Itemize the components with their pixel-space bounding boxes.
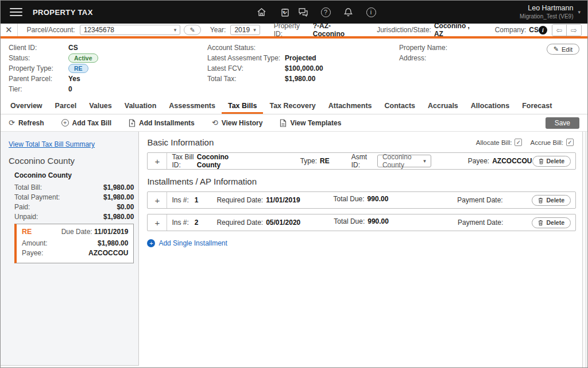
required-date-value: 05/01/2020: [266, 218, 300, 227]
save-button[interactable]: Save: [546, 117, 579, 129]
tab-allocations[interactable]: Allocations: [465, 99, 516, 114]
expand-installment-button[interactable]: +: [148, 214, 167, 231]
year-select[interactable]: 2019 ▾: [230, 25, 260, 35]
payment-date-label: Payment Date:: [458, 218, 503, 227]
ins-number-value: 2: [195, 218, 199, 227]
user-caret-icon: ▾: [578, 9, 581, 15]
company-label: Company:: [495, 26, 527, 34]
accrue-bill-checkbox[interactable]: ✓: [566, 139, 574, 146]
user-menu[interactable]: Leo Hartmann Migration_Test (VE9) ▾: [520, 4, 581, 20]
vertical-scrollbar[interactable]: [582, 132, 586, 368]
record-tabs: Overview Parcel Values Valuation Assessm…: [1, 99, 587, 114]
tax-bill-id-label: Tax Bill ID:: [172, 153, 194, 169]
property-type-badge: RE: [68, 64, 88, 73]
latest-assessment-value: Projected: [285, 54, 316, 62]
tasks-caret-icon[interactable]: ▾: [283, 9, 285, 15]
status-badge: Active: [68, 53, 98, 63]
info-filled-icon[interactable]: i: [539, 26, 547, 34]
hamburger-menu-icon[interactable]: [10, 8, 22, 16]
total-due-label: Total Due:: [334, 195, 365, 203]
allocate-bill-checkbox[interactable]: ✓: [514, 139, 522, 146]
edit-parcel-button[interactable]: ✎: [184, 25, 201, 35]
payment-date-label: Payment Date:: [457, 196, 502, 204]
tax-bills-toolbar: ⟳ Refresh + Add Tax Bill Add Installment…: [1, 114, 587, 132]
tab-tax-bills[interactable]: Tax Bills: [222, 99, 263, 114]
navigate-forward-button[interactable]: ⇨: [567, 25, 581, 36]
required-date-value: 11/01/2019: [266, 196, 300, 204]
close-icon[interactable]: ✕: [1, 24, 18, 36]
property-id-label: Property ID:: [274, 22, 310, 38]
tax-bill-id-value: Coconino County: [197, 153, 236, 169]
tier-value: 0: [68, 85, 72, 93]
refresh-icon: ⟳: [9, 118, 15, 127]
tax-bill-sidebar: View Total Tax Bill Summary Coconino Cou…: [1, 132, 139, 366]
tab-contacts[interactable]: Contacts: [378, 99, 421, 114]
app-title: PROPERTY TAX: [33, 8, 93, 17]
total-tax-value: $1,980.00: [285, 75, 315, 83]
parcel-account-select[interactable]: 12345678 ▾: [80, 25, 181, 35]
tab-assessments[interactable]: Assessments: [163, 99, 222, 114]
view-templates-button[interactable]: View Templates: [280, 119, 341, 127]
trash-icon: [539, 158, 544, 164]
client-id-label: Client ID:: [9, 44, 68, 52]
year-value: 2019: [234, 26, 250, 34]
asmt-id-label: Asmt ID:: [351, 153, 369, 169]
property-name-label: Property Name:: [399, 44, 454, 52]
add-tax-bill-button[interactable]: + Add Tax Bill: [61, 119, 111, 127]
tab-values[interactable]: Values: [83, 99, 118, 114]
info-icon[interactable]: i: [366, 7, 376, 17]
add-single-installment-link[interactable]: + Add Single Installment: [147, 239, 576, 247]
payee-value: AZCOCCOU: [492, 157, 532, 165]
allocate-bill-field: Allocate Bill: ✓: [476, 139, 523, 146]
expand-installment-button[interactable]: +: [148, 192, 167, 208]
ins-number-label: Ins #:: [172, 196, 188, 204]
messages-icon[interactable]: [297, 6, 309, 18]
tab-attachments[interactable]: Attachments: [322, 99, 378, 114]
parcel-account-value: 12345678: [84, 26, 114, 34]
delete-installment-button[interactable]: Delete: [532, 195, 571, 206]
installment-row: + Ins #: 1 Required Date: 11/01/2019 Tot…: [147, 191, 576, 209]
delete-tax-bill-button[interactable]: Delete: [532, 156, 571, 167]
required-date-label: Required Date:: [216, 196, 263, 204]
parcel-summary-section: Client ID:CS Status:Active Property Type…: [1, 39, 587, 99]
tax-bill-row: + Tax Bill ID: Coconino County Type: RE …: [147, 152, 576, 170]
tax-bill-detail: Basic Information Allocate Bill: ✓ Accru…: [139, 132, 587, 366]
trash-icon: [538, 197, 543, 204]
paid-row: Paid:$0.00: [14, 203, 134, 213]
tab-forecast[interactable]: Forecast: [516, 99, 558, 114]
help-icon[interactable]: ?: [321, 7, 331, 17]
chevron-down-icon: ▾: [174, 27, 177, 33]
property-type-label: Property Type:: [9, 64, 68, 72]
latest-fcv-label: Latest FCV:: [207, 64, 285, 72]
tab-parcel[interactable]: Parcel: [49, 99, 83, 114]
expand-tax-bill-button[interactable]: +: [148, 153, 167, 169]
tab-tax-recovery[interactable]: Tax Recovery: [263, 99, 322, 114]
tab-valuation[interactable]: Valuation: [118, 99, 163, 114]
accrue-bill-field: Accrue Bill: ✓: [530, 139, 574, 146]
installment-row: + Ins #: 2 Required Date: 05/01/2020 Tot…: [147, 214, 576, 231]
tab-accruals[interactable]: Accruals: [421, 99, 465, 114]
view-total-tax-bill-summary-link[interactable]: View Total Tax Bill Summary: [9, 140, 95, 148]
tax-bill-card[interactable]: RE Due Date: 11/01/2019 Amount:$1,980.00…: [14, 224, 134, 263]
amount-row: Amount:$1,980.00: [22, 239, 128, 249]
year-label: Year:: [210, 26, 226, 34]
total-due-label: Total Due:: [334, 217, 365, 225]
edit-button[interactable]: ✎ Edit: [547, 44, 579, 55]
chevron-down-icon: ▾: [253, 27, 256, 33]
add-installments-button[interactable]: Add Installments: [129, 119, 195, 127]
navigate-back-button[interactable]: ⇦: [552, 25, 567, 36]
asmt-id-value: Coconino County: [382, 153, 423, 169]
ins-number-label: Ins #:: [172, 218, 188, 227]
latest-fcv-value: $100,000.00: [285, 64, 323, 72]
plus-circle-icon: +: [147, 239, 155, 247]
company-value: CS: [529, 26, 539, 34]
notifications-bell-icon[interactable]: [343, 6, 354, 18]
home-icon[interactable]: [256, 6, 267, 18]
asmt-id-select[interactable]: Coconino County ▾: [377, 155, 431, 167]
tab-overview[interactable]: Overview: [4, 99, 49, 114]
delete-installment-button[interactable]: Delete: [532, 217, 571, 228]
payee-row: Payee:AZCOCCOU: [22, 249, 128, 259]
refresh-button[interactable]: ⟳ Refresh: [9, 118, 44, 127]
due-date-label: Due Date:: [61, 228, 92, 236]
view-history-button[interactable]: ⟲ View History: [212, 118, 263, 127]
